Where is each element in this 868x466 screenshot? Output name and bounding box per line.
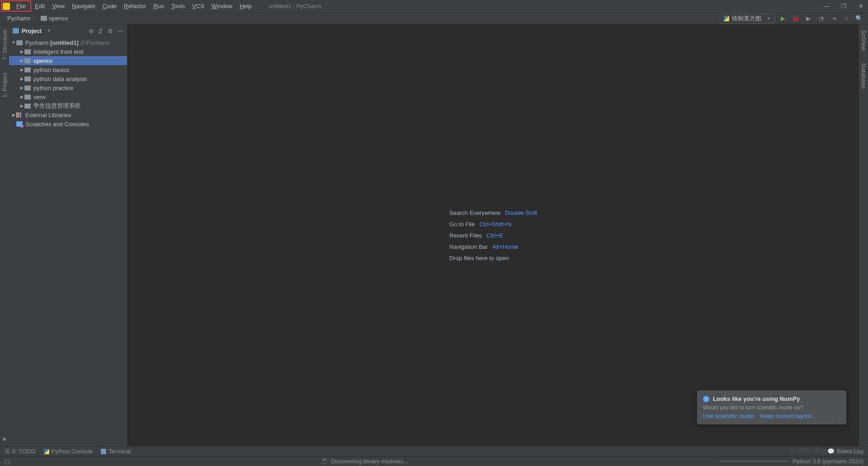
expand-arrow-icon[interactable]: ▶ xyxy=(11,113,16,117)
menu-run[interactable]: Run xyxy=(150,2,168,10)
tree-folder[interactable]: ▶Intelligent front end xyxy=(9,47,127,56)
chevron-down-icon[interactable]: ▼ xyxy=(47,29,51,33)
status-interpreter[interactable]: Python 3.6 (pycharm 2020) xyxy=(793,458,863,465)
list-icon: ☰ xyxy=(5,448,10,455)
welcome-hints: Search EverywhereDouble Shift Go to File… xyxy=(449,205,537,266)
menu-window[interactable]: Window xyxy=(208,2,236,10)
folder-icon xyxy=(24,86,31,90)
favorites-tool-tab[interactable]: ★ xyxy=(2,436,7,442)
expand-arrow-icon[interactable]: ▼ xyxy=(11,40,16,45)
project-tree: ▼ Pycharm [untitled1]J:\Pycharm ▶Intelli… xyxy=(9,37,127,446)
tree-folder[interactable]: ▶python practice xyxy=(9,83,127,92)
folder-icon xyxy=(24,76,31,81)
tree-root[interactable]: ▼ Pycharm [untitled1]J:\Pycharm xyxy=(9,38,127,47)
terminal-tab[interactable]: Terminal xyxy=(101,448,131,455)
run-config-label: 绘制直方图 xyxy=(732,14,761,23)
tree-external-libraries[interactable]: ▶External Libraries xyxy=(9,110,127,119)
folder-icon xyxy=(24,67,31,72)
notification-popup: i Looks like you're using NumPy Would yo… xyxy=(697,390,846,424)
database-tool-tab[interactable]: Database xyxy=(860,62,867,90)
breadcrumb-folder[interactable]: opencv xyxy=(41,15,68,22)
tree-folder[interactable]: ▶学生信息管理系统 xyxy=(9,101,127,110)
status-bar: ▢ Discovering binary modules... Python 3… xyxy=(0,456,868,466)
status-task: Discovering binary modules... xyxy=(331,458,408,465)
right-tool-strip: SciView Database xyxy=(859,24,868,446)
chevron-down-icon[interactable]: ⌄ xyxy=(838,414,841,419)
tree-folder-selected[interactable]: ▶opencv xyxy=(9,56,127,65)
menu-file[interactable]: File xyxy=(13,2,29,10)
balloon-icon: 💬 xyxy=(827,448,835,455)
stop-button[interactable]: ■ xyxy=(842,14,851,23)
tree-root-label: Pycharm [untitled1]J:\Pycharm xyxy=(25,39,110,46)
expand-arrow-icon[interactable]: ▶ xyxy=(19,67,24,72)
project-panel-header: Project ▼ ⊕ ⇵ ⚙ — xyxy=(9,24,127,37)
sciview-tool-tab[interactable]: SciView xyxy=(860,28,867,52)
hide-panel-icon[interactable]: — xyxy=(118,28,123,34)
menu-view[interactable]: View xyxy=(48,2,68,10)
debug-button[interactable]: 🐞 xyxy=(791,14,800,23)
progress-bar xyxy=(720,461,788,462)
tool-windows-button[interactable]: ▢ xyxy=(5,458,10,465)
file-menu-highlight: File xyxy=(1,0,31,12)
breadcrumb-root[interactable]: Pycharm xyxy=(7,15,30,22)
scratch-icon xyxy=(16,121,23,127)
menu-code[interactable]: Code xyxy=(99,2,120,10)
folder-icon xyxy=(16,40,23,45)
spinner-icon xyxy=(322,459,327,464)
breadcrumb-root-label: Pycharm xyxy=(7,15,30,22)
run-config-selector[interactable]: 绘制直方图 ▼ xyxy=(720,13,775,24)
todo-tool-tab[interactable]: ☰6: TODO xyxy=(5,448,36,455)
menu-edit[interactable]: Edit xyxy=(31,2,48,10)
menu-help[interactable]: Help xyxy=(236,2,255,10)
collapse-icon[interactable]: ⇵ xyxy=(98,28,103,34)
folder-icon xyxy=(24,49,31,54)
expand-arrow-icon[interactable]: ▶ xyxy=(19,86,24,90)
info-icon: i xyxy=(703,396,709,402)
breadcrumb-separator: 〉 xyxy=(33,14,38,23)
notification-link-keep[interactable]: Keep current layout... xyxy=(760,413,816,419)
expand-arrow-icon[interactable]: ▶ xyxy=(19,104,24,108)
locate-icon[interactable]: ⊕ xyxy=(89,28,94,34)
editor-area[interactable]: Search EverywhereDouble Shift Go to File… xyxy=(127,24,859,446)
folder-icon xyxy=(41,16,47,21)
project-tool-tab[interactable]: 1: Project xyxy=(1,71,8,100)
tree-folder[interactable]: ▶python data analysis xyxy=(9,74,127,83)
chevron-down-icon: ▼ xyxy=(767,16,771,21)
title-bar: File Edit View Navigate Code Refactor Ru… xyxy=(0,0,868,13)
gear-icon[interactable]: ⚙ xyxy=(108,28,113,34)
breadcrumb-folder-label: opencv xyxy=(49,15,68,22)
project-panel-title: Project xyxy=(22,28,42,34)
attach-button[interactable]: ⇥ xyxy=(829,14,838,23)
notification-body: Would you like to turn scientific mode o… xyxy=(703,404,832,411)
expand-arrow-icon[interactable]: ▶ xyxy=(19,76,24,81)
expand-arrow-icon[interactable]: ▶ xyxy=(19,58,24,63)
notification-link-scientific[interactable]: Use scientific mode xyxy=(703,413,754,419)
search-everywhere-button[interactable]: 🔍 xyxy=(854,14,863,23)
notification-title: Looks like you're using NumPy xyxy=(713,395,800,402)
menu-refactor[interactable]: Refactor xyxy=(120,2,150,10)
event-log-tab[interactable]: 💬Event Log xyxy=(827,448,863,455)
menu-navigate[interactable]: Navigate xyxy=(68,2,99,10)
app-icon xyxy=(3,3,10,10)
tree-folder[interactable]: ▶venv xyxy=(9,92,127,101)
menu-vcs[interactable]: VCS xyxy=(189,2,208,10)
expand-arrow-icon[interactable]: ▶ xyxy=(19,49,24,54)
left-tool-strip: 7: Structure 1: Project ★ xyxy=(0,24,9,446)
tree-folder[interactable]: ▶python basics xyxy=(9,65,127,74)
project-view-icon xyxy=(13,28,19,33)
profile-button[interactable]: ◔ xyxy=(816,14,826,23)
run-coverage-button[interactable]: ▶ xyxy=(804,14,813,23)
expand-arrow-icon[interactable]: ▶ xyxy=(19,95,24,99)
tree-scratches[interactable]: Scratches and Consoles xyxy=(9,119,127,128)
run-button[interactable]: ▶ xyxy=(778,14,788,23)
breadcrumb-bar: Pycharm 〉 opencv 绘制直方图 ▼ ▶ 🐞 ▶ ◔ ⇥ ■ 🔍 xyxy=(0,13,868,24)
structure-tool-tab[interactable]: 7: Structure xyxy=(1,28,8,62)
window-title: untitled1 - PyCharm xyxy=(269,3,321,10)
folder-icon xyxy=(24,58,31,63)
python-console-tab[interactable]: Python Console xyxy=(44,448,93,455)
maximize-button[interactable]: ❐ xyxy=(839,3,848,10)
menu-tools[interactable]: Tools xyxy=(168,2,189,10)
minimize-button[interactable]: — xyxy=(822,3,831,10)
close-button[interactable]: ✕ xyxy=(856,3,865,10)
library-icon xyxy=(16,112,23,118)
